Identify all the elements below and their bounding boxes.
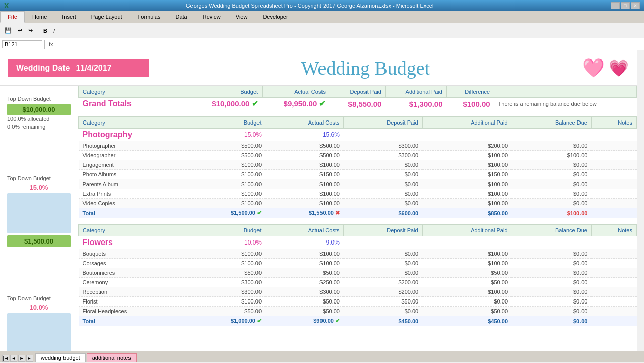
photo-row-1-budget: $500.00 [189,141,266,151]
tab-review[interactable]: Review [195,11,228,23]
main-area: Top Down Budget $10,000.00 100.0% alloca… [0,86,637,351]
header-additional-photo: Additional Paid [422,117,512,129]
wedding-header: Wedding Date 11/4/2017 Wedding Budget 🩷 … [0,50,637,86]
header-deposit-paid-grand: Deposit Paid [330,86,385,98]
minimize-button[interactable]: — [611,2,620,9]
excel-icon: X [4,2,9,10]
sheet-nav-prev[interactable]: ◄ [10,355,17,362]
flowers-budget-pct: 10.0% [189,236,266,249]
photo-row-2-deposit: $300.00 [344,151,422,160]
photo-total-actual: $1,550.00 ✖ [266,208,344,218]
toolbar-italic-button[interactable]: I [51,26,57,35]
toolbar-undo-button[interactable]: ↩ [15,26,25,35]
header-actual-photo: Actual Costs [266,117,344,129]
header-budget-photo: Budget [189,117,266,129]
sidebar: Top Down Budget $10,000.00 100.0% alloca… [0,86,78,351]
top-down-budget-label-3: Top Down Budget [7,295,71,301]
tab-page-layout[interactable]: Page Layout [84,11,130,23]
close-button[interactable]: ✕ [631,2,640,9]
sheet-tabs: |◄ ◄ ► ►| wedding budget additional note… [0,351,644,362]
header-balance-photo: Balance Due [512,117,591,129]
tab-formulas[interactable]: Formulas [130,11,168,23]
flowers-total-budget: $1,000.00 ✔ [189,316,266,326]
table-row: Boutonnieres $50.00 $50.00 $0.00 $50.00 … [79,268,637,278]
sheet-nav-first[interactable]: |◄ [2,355,9,362]
sheet-tab-wedding-budget[interactable]: wedding budget [35,353,86,362]
photo-row-2-balance: $100.00 [512,151,591,160]
top-down-budget-card-2: Top Down Budget 15.0% $1,500.00 [4,173,74,249]
photography-total-row: Total $1,500.00 ✔ $1,550.00 ✖ $600.00 $8… [79,208,637,218]
header-deposit-flowers: Deposit Paid [344,225,422,236]
grand-totals-label: Grand Totals [79,98,189,110]
table-area: Category Budget Actual Costs Deposit Pai… [78,86,637,351]
header-additional-flowers: Additional Paid [422,225,512,236]
sheet-nav-next[interactable]: ► [18,355,25,362]
table-row: Ceremony $300.00 $250.00 $200.00 $50.00 … [79,278,637,287]
photo-row-1-deposit: $300.00 [344,141,422,151]
header-actual-flowers: Actual Costs [266,225,344,236]
photo-budget-check: ✔ [257,210,262,216]
maximize-button[interactable]: □ [621,2,630,9]
grand-difference-value: $100.00 [446,98,494,110]
flowers-budget-check: ✔ [257,318,262,324]
formula-input[interactable] [57,41,642,47]
header-category-flowers: Category [79,225,189,236]
sheet-nav-last[interactable]: ►| [26,355,33,362]
table-row: Extra Prints $100.00 $100.00 $0.00 $100.… [79,189,637,199]
heart-icon-2: 💗 [609,58,629,78]
table-row: Photo Albums $100.00 $150.00 $0.00 $150.… [79,170,637,179]
vertical-scrollbar[interactable] [637,50,644,351]
photo-row-1-additional: $200.00 [422,141,512,151]
table-row: Floral Headpieces $50.00 $50.00 $0.00 $5… [79,307,637,316]
toolbar-redo-button[interactable]: ↪ [26,26,35,35]
tab-insert[interactable]: Insert [54,11,84,23]
header-difference-grand: Difference [446,86,494,98]
flowers-actual-check: ✔ [335,318,340,324]
photo-total-balance: $100.00 [512,208,591,218]
tab-developer[interactable]: Developer [255,11,295,23]
tab-home[interactable]: Home [25,11,54,23]
name-box[interactable]: B121 [2,40,42,48]
grand-note: There is a remaining balance due below [494,98,637,110]
wedding-date-value: 11/4/2017 [76,64,111,73]
grand-budget-value: $10,000.00 ✔ [189,98,263,110]
table-row: Florist $100.00 $50.00 $50.00 $0.00 $0.0… [79,297,637,307]
toolbar-save-button[interactable]: 💾 [2,26,14,35]
photo-total-deposit: $600.00 [344,208,422,218]
table-row: Bouquets $100.00 $100.00 $0.00 $100.00 $… [79,249,637,259]
header-notes-grand [494,86,637,98]
header-budget-grand: Budget [189,86,263,98]
header-category-photo: Category [79,117,189,129]
toolbar: 💾 ↩ ↪ B I [0,23,644,38]
tab-data[interactable]: Data [168,11,195,23]
photography-title-cell: Photography [79,129,189,141]
sheet-tab-additional-notes[interactable]: additional notes [87,353,137,362]
photo-row-2-cat: Videographer [79,151,189,160]
photo-row-2-actual: $500.00 [266,151,344,160]
photography-total-amount: $1,500.00 [7,235,71,247]
tab-view[interactable]: View [228,11,255,23]
tab-file[interactable]: File [0,11,25,23]
photo-total-label: Total [79,208,189,218]
toolbar-bold-button[interactable]: B [41,26,50,35]
photo-row-2-additional: $100.00 [422,151,512,160]
header-deposit-photo: Deposit Paid [344,117,422,129]
flowers-bar [7,313,71,351]
spreadsheet: Wedding Date 11/4/2017 Wedding Budget 🩷 … [0,50,637,351]
top-down-budget-card-3: Top Down Budget 10.0% $1,000.00 [4,293,74,351]
header-category-grand: Category [79,86,189,98]
photography-bar [7,193,71,233]
actual-check-icon: ✔ [319,99,326,108]
grand-additional-value: $1,300.00 [385,98,446,110]
wedding-date-box: Wedding Date 11/4/2017 [8,59,149,77]
flowers-actual-pct: 9.0% [266,236,344,249]
table-row: Parents Album $100.00 $100.00 $0.00 $100… [79,179,637,189]
header-balance-flowers: Balance Due [512,225,591,236]
header-actual-costs-grand: Actual Costs [263,86,330,98]
top-down-budget-label-2: Top Down Budget [7,175,71,182]
title-bar-left: X [4,2,9,10]
table-row: Reception $300.00 $300.00 $200.00 $100.0… [79,287,637,297]
table-row: Video Copies $100.00 $100.00 $0.00 $100.… [79,199,637,208]
photography-table: Category Budget Actual Costs Deposit Pai… [78,116,637,218]
hearts-decoration: 🩷 💗 [582,57,629,79]
